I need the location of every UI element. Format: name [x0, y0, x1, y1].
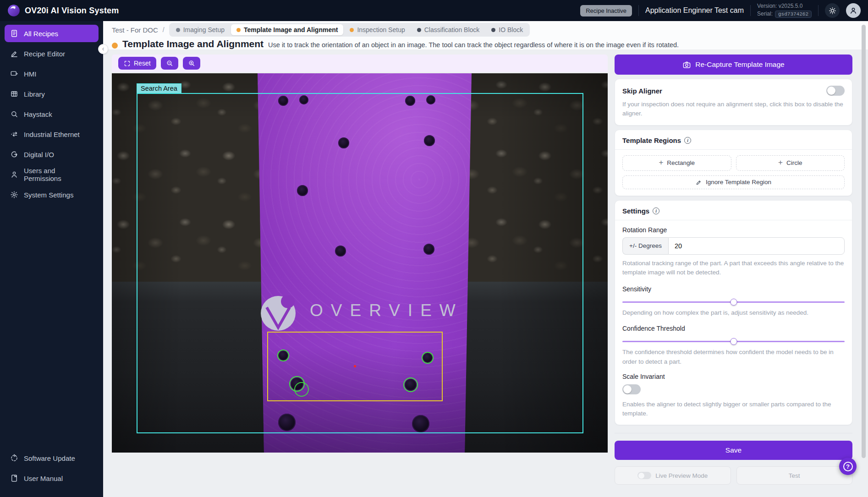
sidebar-item-label: All Recipes	[24, 30, 58, 38]
template-regions-title: Template Regions	[622, 137, 681, 144]
sidebar-item-industrial-ethernet[interactable]: Industrial Ethernet	[5, 126, 99, 143]
sidebar: All Recipes Recipe Editor HMI Library Ha…	[0, 21, 103, 497]
sensitivity-label: Sensitivity	[622, 285, 845, 293]
divider	[750, 5, 751, 16]
ignore-region-label: Ignore Template Region	[706, 179, 771, 186]
app-window: OV20i AI Vision System Recipe Inactive A…	[0, 0, 868, 497]
save-button[interactable]: Save	[615, 441, 852, 460]
sidebar-item-label: Software Update	[24, 454, 75, 462]
step-dot	[417, 28, 421, 32]
scale-invariant-toggle[interactable]	[622, 384, 641, 394]
settings-title: Settings	[622, 207, 649, 215]
page-scrollbar-thumb[interactable]	[862, 25, 866, 458]
confidence-threshold-description: The confidence threshold determines how …	[622, 348, 845, 366]
panel-footer: Live Preview Mode Test	[615, 466, 852, 485]
breadcrumb-recipe-name[interactable]: Test - For DOC	[112, 26, 158, 34]
plus-icon: +	[778, 158, 783, 166]
user-icon	[849, 6, 857, 15]
sidebar-item-label: Recipe Editor	[24, 50, 65, 58]
sidebar-item-label: Digital I/O	[24, 151, 54, 158]
help-fab-button[interactable]: ?	[839, 458, 857, 475]
sidebar-item-hmi[interactable]: HMI	[5, 65, 99, 82]
step-classification-block[interactable]: Classification Block	[412, 24, 485, 35]
sidebar-item-software-update[interactable]: Software Update	[5, 449, 99, 467]
settings-panel: Re-Capture Template Image Skip Aligner I…	[615, 55, 852, 485]
step-template-image-alignment[interactable]: Template Image and Alignment	[231, 24, 343, 35]
version-label: Version: v2025.5.0	[757, 3, 812, 9]
camera-image-canvas[interactable]: OVERVIEW Search Area	[112, 73, 608, 453]
ignore-template-region-button[interactable]: Ignore Template Region	[622, 175, 845, 189]
reset-label: Reset	[134, 60, 151, 67]
rotation-range-label: Rotation Range	[622, 226, 845, 234]
marker-pen-icon	[696, 179, 702, 186]
divider	[615, 149, 852, 150]
recipes-icon	[10, 29, 18, 38]
zoom-in-button[interactable]	[183, 57, 200, 70]
test-button[interactable]: Test	[736, 466, 853, 485]
main-content: Test - For DOC / Imaging Setup Template …	[103, 21, 868, 497]
digital-io-icon	[10, 150, 18, 158]
plus-icon: +	[659, 158, 663, 166]
add-rectangle-region-button[interactable]: + Rectangle	[622, 155, 731, 171]
person-icon	[10, 170, 18, 179]
info-icon[interactable]: i	[653, 208, 659, 214]
step-label: Imaging Setup	[183, 26, 225, 33]
live-preview-toggle[interactable]	[637, 472, 651, 479]
sidebar-item-system-settings[interactable]: System Settings	[5, 186, 99, 203]
sidebar-spacer	[5, 206, 99, 449]
step-inspection-setup[interactable]: Inspection Setup	[344, 24, 410, 35]
update-refresh-icon	[10, 454, 18, 462]
sidebar-item-haystack[interactable]: Haystack	[5, 105, 99, 123]
zoom-out-icon	[166, 60, 173, 67]
user-avatar[interactable]	[846, 3, 861, 18]
skip-aligner-toggle[interactable]	[826, 86, 845, 96]
info-icon[interactable]: i	[684, 137, 691, 144]
confidence-threshold-slider[interactable]	[622, 338, 845, 345]
slider-handle[interactable]	[730, 299, 737, 306]
sidebar-item-recipe-editor[interactable]: Recipe Editor	[5, 45, 99, 62]
sidebar-item-user-manual[interactable]: User Manual	[5, 470, 99, 487]
step-io-block[interactable]: IO Block	[486, 24, 528, 35]
live-preview-mode-button[interactable]: Live Preview Mode	[615, 466, 731, 485]
sidebar-item-digital-io[interactable]: Digital I/O	[5, 146, 99, 163]
step-dot	[176, 28, 180, 32]
serial-label: Serial:	[757, 11, 773, 17]
recapture-template-button[interactable]: Re-Capture Template Image	[615, 55, 852, 75]
camera-name: Application Enginner Test cam	[645, 6, 744, 15]
sidebar-item-label: User Manual	[24, 475, 63, 482]
sidebar-item-label: System Settings	[24, 191, 73, 199]
zoom-in-icon	[188, 60, 195, 67]
network-arrows-icon	[10, 130, 18, 138]
image-column: Reset	[112, 55, 608, 453]
rectangle-label: Rectangle	[667, 159, 695, 166]
rotation-range-input[interactable]	[668, 237, 845, 255]
image-toolbar: Reset	[112, 55, 608, 72]
divider	[615, 220, 852, 220]
confidence-threshold-label: Confidence Threshold	[622, 325, 845, 332]
add-circle-region-button[interactable]: + Circle	[736, 155, 845, 171]
sensitivity-slider[interactable]	[622, 298, 845, 306]
sidebar-item-library[interactable]: Library	[5, 85, 99, 103]
sidebar-item-users-permissions[interactable]: Users and Permissions	[5, 166, 99, 183]
reset-view-button[interactable]: Reset	[118, 57, 156, 70]
fit-view-icon	[124, 60, 131, 67]
page-title: Template Image and Alignment	[122, 38, 264, 49]
template-regions-card: Template Regions i + Rectangle + Circl	[615, 130, 852, 196]
sidebar-collapse-button[interactable]: ‹	[98, 44, 108, 54]
live-preview-label: Live Preview Mode	[655, 472, 708, 479]
step-imaging-setup[interactable]: Imaging Setup	[170, 24, 230, 35]
breadcrumb: Test - For DOC / Imaging Setup Template …	[112, 24, 868, 36]
zoom-out-button[interactable]	[161, 57, 178, 70]
app-title: OV20i AI Vision System	[25, 6, 119, 16]
workspace: Reset	[112, 55, 868, 485]
divider	[615, 433, 852, 433]
test-label: Test	[789, 472, 800, 479]
step-label: Classification Block	[424, 26, 480, 33]
sensitivity-description: Depending on how complex the part is, ad…	[622, 308, 845, 317]
slider-handle[interactable]	[730, 338, 737, 345]
version-info: Version: v2025.5.0 Serial: gsd7374262	[757, 3, 812, 17]
sidebar-item-label: Users and Permissions	[24, 167, 93, 182]
theme-toggle-button[interactable]	[825, 3, 840, 18]
search-area-rect[interactable]	[137, 93, 583, 433]
sidebar-item-all-recipes[interactable]: All Recipes	[5, 25, 99, 42]
